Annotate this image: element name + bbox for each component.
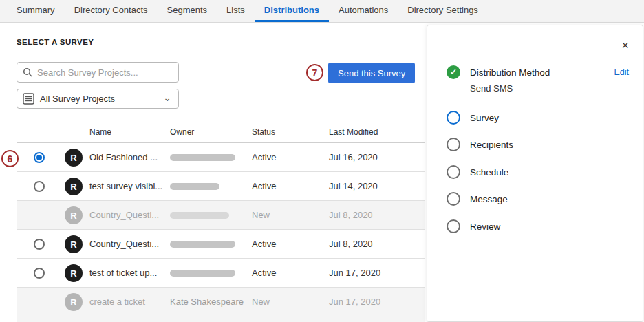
search-box	[17, 62, 179, 83]
project-filter-value: All Survey Projects	[40, 94, 158, 104]
survey-last-modified: Jul 14, 2020	[329, 172, 378, 201]
annotation-step-6: 6	[1, 150, 19, 167]
survey-radio[interactable]	[34, 181, 45, 192]
distribution-steps-panel: × ✓ Distribution Method Edit Send SMS Su…	[427, 25, 643, 322]
column-header-name: Name	[89, 127, 111, 137]
step-pending-icon	[447, 192, 460, 206]
survey-last-modified: Jul 8, 2020	[329, 230, 373, 259]
survey-radio-selected[interactable]	[34, 152, 45, 163]
tab-distributions[interactable]: Distributions	[255, 0, 329, 22]
table-row: R create a ticket Kate Shakespeare New J…	[17, 288, 425, 322]
survey-table-header: Name Owner Status Last Modified	[17, 122, 425, 143]
survey-radio[interactable]	[34, 239, 45, 250]
step-message[interactable]: Message	[447, 191, 629, 206]
owner-redacted-bar	[170, 212, 229, 219]
column-header-status: Status	[252, 127, 275, 137]
survey-name: test of ticket up...	[89, 259, 157, 288]
step-distribution-method: ✓ Distribution Method Edit	[447, 65, 629, 80]
owner-redacted-bar	[170, 154, 235, 161]
step-pending-icon	[447, 165, 460, 179]
survey-name: Country_Questi...	[89, 230, 159, 259]
survey-status: Active	[252, 143, 276, 172]
survey-last-modified: Jun 17, 2020	[329, 288, 380, 316]
step-survey[interactable]: Survey	[447, 110, 629, 125]
avatar: R	[65, 293, 83, 311]
owner-redacted-bar	[170, 183, 219, 190]
table-row[interactable]: R Old Fashioned ... Active Jul 16, 2020	[17, 143, 425, 172]
step-sublabel-send-sms: Send SMS	[470, 83, 513, 94]
survey-table: R Old Fashioned ... Active Jul 16, 2020 …	[17, 143, 425, 322]
check-icon: ✓	[447, 65, 460, 79]
avatar: R	[65, 178, 83, 195]
step-pending-icon	[447, 138, 460, 151]
survey-name: create a ticket	[89, 288, 145, 316]
step-label: Review	[470, 222, 500, 232]
step-pending-icon	[447, 219, 460, 233]
step-label: Recipients	[470, 140, 513, 150]
owner-redacted-bar	[170, 270, 235, 277]
survey-status: Active	[252, 172, 276, 201]
avatar: R	[65, 206, 83, 224]
tab-automations[interactable]: Automations	[329, 0, 398, 22]
annotation-step-7: 7	[306, 64, 323, 81]
survey-name: Old Fashioned ...	[89, 143, 158, 172]
step-label: Distribution Method	[470, 67, 550, 78]
survey-name: Country_Questi...	[89, 201, 159, 230]
survey-status: Active	[252, 259, 276, 288]
avatar: R	[65, 149, 83, 167]
close-icon[interactable]: ×	[621, 39, 629, 52]
step-label: Schedule	[470, 167, 508, 178]
survey-last-modified: Jul 16, 2020	[329, 143, 378, 172]
column-header-last-modified: Last Modified	[329, 127, 378, 137]
avatar: R	[65, 264, 83, 282]
step-label: Message	[470, 194, 508, 204]
survey-status: New	[252, 201, 270, 230]
tab-directory-contacts[interactable]: Directory Contacts	[65, 0, 158, 22]
step-label: Survey	[470, 113, 499, 123]
survey-owner: Kate Shakespeare	[170, 288, 244, 316]
page-title: SELECT A SURVEY	[17, 38, 94, 46]
search-input[interactable]	[37, 67, 173, 78]
step-current-icon	[447, 111, 460, 125]
tab-directory-settings[interactable]: Directory Settings	[398, 0, 488, 22]
survey-status: New	[252, 288, 270, 316]
distribution-page: Summary Directory Contacts Segments List…	[0, 0, 644, 322]
owner-redacted-bar	[170, 241, 235, 248]
tab-summary[interactable]: Summary	[7, 0, 65, 22]
table-row[interactable]: R Country_Questi... Active Jul 8, 2020	[17, 230, 425, 259]
survey-name: test survey visibi...	[89, 172, 162, 201]
tab-lists[interactable]: Lists	[217, 0, 255, 22]
table-row[interactable]: R test survey visibi... Active Jul 14, 2…	[17, 172, 425, 201]
column-header-owner: Owner	[170, 127, 194, 137]
tab-segments[interactable]: Segments	[158, 0, 217, 22]
step-review[interactable]: Review	[447, 219, 629, 234]
chevron-down-icon: ⌄	[163, 93, 171, 103]
survey-last-modified: Jun 17, 2020	[329, 259, 380, 288]
step-recipients[interactable]: Recipients	[447, 137, 629, 152]
step-schedule[interactable]: Schedule	[447, 164, 629, 180]
send-this-survey-button[interactable]: Send this Survey	[328, 63, 415, 83]
edit-link[interactable]: Edit	[614, 67, 629, 77]
survey-radio[interactable]	[34, 268, 45, 279]
avatar: R	[65, 235, 83, 253]
project-filter-dropdown[interactable]: All Survey Projects ⌄	[17, 89, 179, 109]
table-row[interactable]: R test of ticket up... Active Jun 17, 20…	[17, 259, 425, 288]
list-icon	[23, 93, 34, 105]
survey-status: Active	[252, 230, 276, 259]
survey-last-modified: Jul 8, 2020	[329, 201, 373, 230]
top-nav: Summary Directory Contacts Segments List…	[0, 0, 644, 23]
table-row: R Country_Questi... New Jul 8, 2020	[17, 201, 425, 230]
search-icon	[23, 67, 32, 77]
